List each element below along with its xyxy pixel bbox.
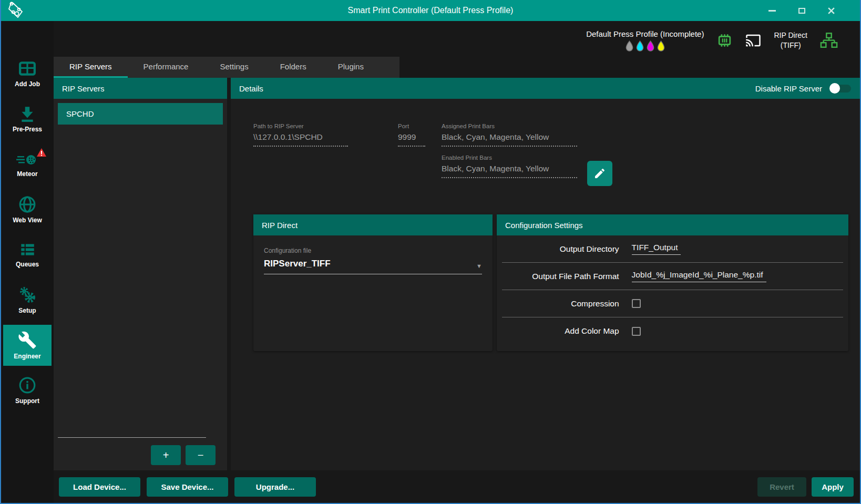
globe-icon <box>18 196 36 213</box>
rip-servers-panel-title: RIP Servers <box>62 84 105 93</box>
port-field: Port 9999 <box>398 123 425 147</box>
status-bar: Default Press Profile (Incomplete) RIP D… <box>586 24 838 57</box>
output-file-path-format-row: Output File Path Format JobId_%j_ImageId… <box>502 263 843 290</box>
save-device-button[interactable]: Save Device... <box>147 477 228 497</box>
disable-rip-server-label: Disable RIP Server <box>755 84 822 93</box>
configuration-settings-header: Configuration Settings <box>497 214 848 235</box>
load-device-button[interactable]: Load Device... <box>59 477 140 497</box>
configuration-file-value: RIPServer_TIFF <box>264 259 331 269</box>
port-value: 9999 <box>398 132 425 147</box>
output-file-path-format-input[interactable]: JobId_%j_ImageId_%i_Plane_%p.tif <box>632 270 766 282</box>
minimize-button[interactable] <box>764 3 780 18</box>
sidebar-item-label: Add Job <box>15 80 40 88</box>
path-to-rip-server-value: \\127.0.0.1\SPCHD <box>253 132 348 147</box>
maximize-button[interactable] <box>794 3 809 18</box>
path-to-rip-server-field: Path to RIP Server \\127.0.0.1\SPCHD <box>253 123 348 147</box>
upgrade-button[interactable]: Upgrade... <box>234 477 316 497</box>
sidebar-item-label: Meteor <box>17 170 37 178</box>
output-file-path-format-label: Output File Path Format <box>502 272 632 281</box>
toggle-knob <box>829 83 840 94</box>
app-logo-icon <box>5 1 25 20</box>
enabled-print-bars-label: Enabled Print Bars <box>442 155 577 161</box>
footer-bar: Load Device... Save Device... Upgrade...… <box>54 470 861 503</box>
sidebar-item-queues[interactable]: Queues <box>3 239 52 271</box>
path-to-rip-server-label: Path to RIP Server <box>253 123 348 129</box>
warning-icon <box>36 148 47 157</box>
tab-bar: RIP Servers Performance Settings Folders… <box>54 57 399 78</box>
details-panel-title: Details <box>239 84 263 93</box>
tab-performance[interactable]: Performance <box>128 57 204 78</box>
details-panel: Details Disable RIP Server Path to RIP S… <box>231 78 861 470</box>
tab-plugins[interactable]: Plugins <box>322 57 380 78</box>
configuration-file-label: Configuration file <box>264 247 482 254</box>
rip-servers-panel-header: RIP Servers <box>54 78 227 99</box>
compression-label: Compression <box>502 299 632 308</box>
rip-servers-panel: RIP Servers SPCHD + − <box>54 78 227 470</box>
sidebar-item-pre-press[interactable]: Pre-Press <box>3 103 52 136</box>
rip-mode-line2: (TIFF) <box>781 41 801 49</box>
server-list-footer: + − <box>58 437 216 465</box>
sidebar-item-support[interactable]: Support <box>3 374 52 407</box>
sidebar-item-meteor[interactable]: Meteor <box>3 148 52 181</box>
output-directory-input[interactable]: TIFF_Output <box>632 243 681 255</box>
enabled-print-bars-value: Black, Cyan, Magenta, Yellow <box>442 164 577 178</box>
output-directory-row: Output Directory TIFF_Output <box>502 235 843 263</box>
ink-drop-black-icon <box>625 40 634 52</box>
app-window: Smart Print Controller (Default Press Pr… <box>0 0 861 504</box>
tab-settings[interactable]: Settings <box>204 57 264 78</box>
sidebar-item-add-job[interactable]: Add Job <box>3 58 52 90</box>
title-bar: Smart Print Controller (Default Press Pr… <box>1 0 860 21</box>
compression-checkbox[interactable] <box>632 299 641 308</box>
tab-rip-servers[interactable]: RIP Servers <box>54 57 128 78</box>
configuration-settings-title: Configuration Settings <box>505 221 583 230</box>
sidebar-item-label: Queues <box>16 261 39 268</box>
ink-drop-yellow-icon <box>657 40 665 52</box>
meteor-icon <box>16 151 38 167</box>
press-profile-status: Default Press Profile (Incomplete) <box>586 29 704 52</box>
ink-drops <box>625 40 665 52</box>
remove-server-button[interactable]: − <box>186 445 216 465</box>
edit-print-bars-button[interactable] <box>587 161 612 186</box>
tab-folders[interactable]: Folders <box>264 57 322 78</box>
enabled-print-bars-field: Enabled Print Bars Black, Cyan, Magenta,… <box>442 155 577 178</box>
add-color-map-checkbox[interactable] <box>632 327 641 336</box>
rip-direct-panel: RIP Direct Configuration file RIPServer_… <box>253 214 493 351</box>
main-area: Default Press Profile (Incomplete) RIP D… <box>54 21 861 503</box>
sidebar-item-web-view[interactable]: Web View <box>3 193 52 226</box>
download-icon <box>18 106 36 122</box>
port-label: Port <box>398 123 425 129</box>
chevron-down-icon: ▼ <box>476 263 482 269</box>
revert-button[interactable]: Revert <box>757 477 806 497</box>
window-title: Smart Print Controller (Default Press Pr… <box>348 6 514 15</box>
configuration-settings-panel: Configuration Settings Output Directory … <box>497 214 848 351</box>
sidebar-item-label: Setup <box>18 307 36 314</box>
output-directory-label: Output Directory <box>502 244 632 254</box>
add-job-icon <box>18 60 37 77</box>
ink-drop-magenta-icon <box>646 40 655 52</box>
details-panel-header: Details Disable RIP Server <box>231 78 861 99</box>
close-button[interactable] <box>823 3 839 18</box>
sidebar-item-label: Pre-Press <box>13 126 42 133</box>
apply-button[interactable]: Apply <box>812 477 854 497</box>
server-list-item-spchd[interactable]: SPCHD <box>58 103 223 125</box>
sidebar-item-label: Web View <box>13 217 42 224</box>
press-profile-label: Default Press Profile (Incomplete) <box>586 29 704 38</box>
sidebar-item-setup[interactable]: Setup <box>3 284 52 316</box>
screen-cast-icon[interactable] <box>745 33 761 48</box>
add-color-map-row: Add Color Map <box>502 317 843 345</box>
assigned-print-bars-field: Assigned Print Bars Black, Cyan, Magenta… <box>442 123 577 147</box>
close-icon <box>827 7 835 15</box>
add-server-button[interactable]: + <box>151 445 181 465</box>
network-tree-icon[interactable] <box>820 32 838 49</box>
sidebar: Add Job Pre-Press Meteor Web View <box>1 21 54 503</box>
configuration-file-select[interactable]: Configuration file RIPServer_TIFF ▼ <box>264 247 482 274</box>
print-bar-chip-icon[interactable] <box>716 33 733 48</box>
add-color-map-label: Add Color Map <box>502 326 632 336</box>
gears-icon <box>18 286 36 304</box>
wrench-icon <box>18 331 37 349</box>
sidebar-item-engineer[interactable]: Engineer <box>3 325 52 366</box>
disable-rip-server-toggle[interactable] <box>829 83 853 94</box>
assigned-print-bars-value: Black, Cyan, Magenta, Yellow <box>442 132 577 147</box>
list-icon <box>18 242 36 258</box>
sidebar-item-label: Support <box>15 397 39 405</box>
